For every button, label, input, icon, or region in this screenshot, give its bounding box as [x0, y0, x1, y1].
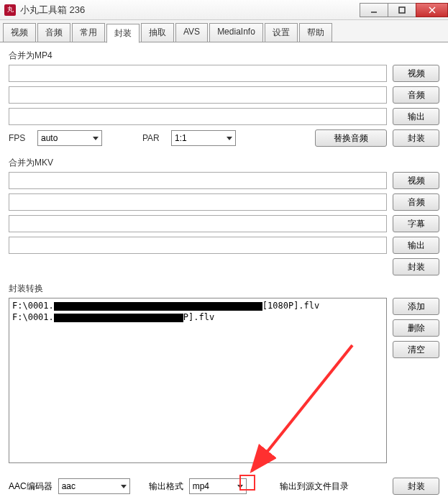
- tab-视频[interactable]: 视频: [3, 23, 36, 42]
- mkv-audio-input[interactable]: [9, 193, 387, 211]
- window-title: 小丸工具箱 236: [20, 4, 360, 17]
- tab-封装[interactable]: 封装: [106, 24, 140, 43]
- fps-label: FPS: [9, 133, 32, 143]
- titlebar: 丸 小丸工具箱 236: [0, 0, 448, 20]
- replace-audio-button[interactable]: 替换音频: [315, 129, 387, 147]
- tab-抽取[interactable]: 抽取: [141, 23, 174, 42]
- fps-combo[interactable]: auto: [37, 130, 102, 146]
- mkv-output-input[interactable]: [9, 237, 387, 254]
- chevron-down-icon: [121, 485, 127, 488]
- tab-设置[interactable]: 设置: [265, 23, 298, 42]
- chevron-down-icon: [227, 137, 232, 140]
- mp4-output-button[interactable]: 输出: [393, 108, 439, 125]
- tab-bar: 视频音频常用封装抽取AVSMediaInfo设置帮助: [0, 20, 448, 42]
- tab-帮助[interactable]: 帮助: [299, 23, 332, 42]
- mkv-video-button[interactable]: 视频: [393, 172, 439, 189]
- bottom-bar: AAC编码器 aac 输出格式 mp4 输出到源文件目录 封装: [0, 475, 448, 497]
- encoder-combo[interactable]: aac: [58, 478, 130, 494]
- list-item[interactable]: F:\0001.[1080P].flv: [12, 300, 383, 311]
- tab-MediaInfo[interactable]: MediaInfo: [209, 23, 263, 42]
- bottom-mux-button[interactable]: 封装: [393, 478, 439, 495]
- format-combo[interactable]: mp4: [189, 478, 247, 494]
- mp4-group-label: 合并为MP4: [9, 50, 439, 62]
- clear-button[interactable]: 清空: [393, 341, 439, 358]
- minimize-button[interactable]: [360, 3, 388, 17]
- mkv-sub-button[interactable]: 字幕: [393, 215, 439, 232]
- encoder-label: AAC编码器: [9, 480, 52, 493]
- chevron-down-icon: [93, 137, 99, 140]
- mp4-audio-input[interactable]: [9, 86, 387, 104]
- close-button[interactable]: [416, 3, 448, 17]
- convert-group-label: 封装转换: [9, 283, 439, 295]
- par-label: PAR: [142, 133, 165, 143]
- mkv-group-label: 合并为MKV: [9, 157, 439, 169]
- mkv-sub-input[interactable]: [9, 215, 387, 232]
- tab-常用[interactable]: 常用: [72, 23, 105, 42]
- svg-rect-1: [399, 7, 405, 13]
- delete-button[interactable]: 删除: [393, 319, 439, 337]
- outdir-label: 输出到源文件目录: [280, 480, 349, 493]
- mp4-video-input[interactable]: [9, 65, 387, 82]
- mp4-output-input[interactable]: [9, 108, 387, 125]
- mkv-mux-button[interactable]: 封装: [393, 258, 439, 275]
- mp4-audio-button[interactable]: 音频: [393, 86, 439, 104]
- list-item[interactable]: F:\0001.P].flv: [12, 311, 383, 323]
- mkv-audio-button[interactable]: 音频: [393, 193, 439, 211]
- mkv-output-button[interactable]: 输出: [393, 237, 439, 254]
- tab-AVS[interactable]: AVS: [175, 23, 208, 42]
- mkv-video-input[interactable]: [9, 172, 387, 189]
- file-listbox[interactable]: F:\0001.[1080P].flvF:\0001.P].flv: [9, 298, 387, 463]
- par-combo[interactable]: 1:1: [171, 130, 236, 146]
- mp4-video-button[interactable]: 视频: [393, 65, 439, 82]
- mp4-mux-button[interactable]: 封装: [393, 129, 439, 147]
- maximize-button[interactable]: [388, 3, 416, 17]
- add-button[interactable]: 添加: [393, 298, 439, 315]
- chevron-down-icon: [237, 485, 243, 488]
- format-label: 输出格式: [149, 480, 183, 493]
- app-icon: 丸: [4, 4, 16, 16]
- tab-音频[interactable]: 音频: [37, 23, 70, 42]
